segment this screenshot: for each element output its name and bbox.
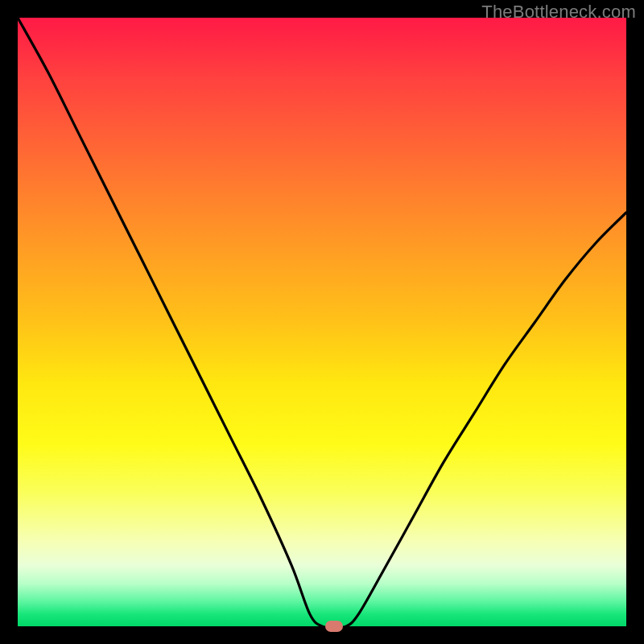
bottleneck-curve [18, 18, 626, 626]
plot-area [18, 18, 626, 626]
watermark-text: TheBottleneck.com [481, 2, 636, 23]
chart-frame: TheBottleneck.com [0, 0, 644, 644]
optimal-point-marker [325, 621, 343, 632]
